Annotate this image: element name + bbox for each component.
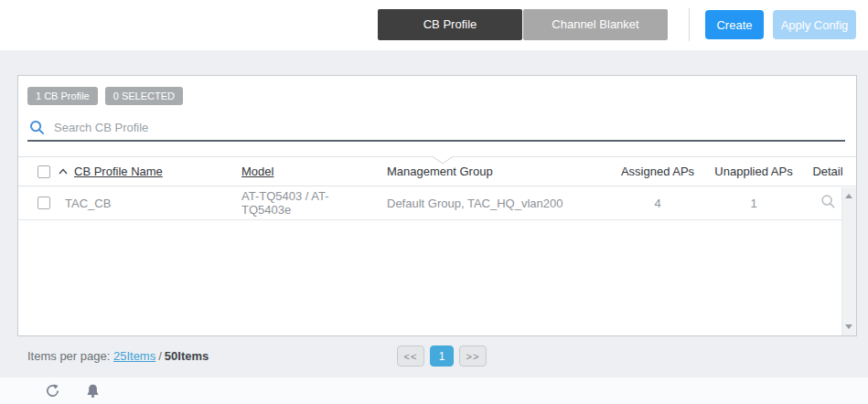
selected-count-badge: 0 SELECTED (105, 87, 183, 105)
items-separator: / (158, 349, 162, 363)
row-select-checkbox[interactable] (38, 197, 50, 209)
bottom-status-bar (0, 377, 868, 404)
column-header-detail: Detail (799, 165, 856, 178)
tab-channel-blanket[interactable]: Channel Blanket (523, 9, 668, 40)
cell-assigned-aps: 4 (607, 197, 708, 210)
table-row: TAC_CB AT-TQ5403 / AT-TQ5403e Default Gr… (18, 186, 856, 220)
refresh-icon[interactable] (45, 383, 60, 399)
tab-cb-profile[interactable]: CB Profile (378, 9, 522, 40)
search-icon (29, 120, 45, 135)
apply-config-button[interactable]: Apply Config (773, 10, 856, 39)
toolbar-divider (689, 8, 690, 41)
scroll-up-arrow-icon[interactable] (845, 194, 852, 198)
pagination-last-button[interactable]: >> (459, 346, 487, 367)
cb-profile-table: CB Profile Name Model Management Group A… (18, 156, 856, 335)
search-input[interactable] (54, 116, 845, 138)
table-header-row: CB Profile Name Model Management Group A… (18, 156, 856, 186)
badge-row: 1 CB Profile 0 SELECTED (27, 87, 183, 105)
page-size-25-link[interactable]: 25Items (113, 349, 155, 363)
table-vertical-scrollbar[interactable] (841, 187, 856, 335)
items-per-page-label: Items per page: (27, 349, 110, 363)
column-header-model[interactable]: Model (241, 165, 273, 178)
cell-management-group: Default Group, TAC_HQ_vlan200 (370, 197, 607, 210)
detail-magnifier-icon (820, 194, 836, 209)
header-notch-icon (432, 156, 454, 165)
total-items-label: 50Items (165, 349, 209, 363)
column-header-name[interactable]: CB Profile Name (74, 165, 163, 178)
column-header-unapplied-aps: Unapplied APs (708, 165, 799, 178)
profile-count-badge: 1 CB Profile (27, 87, 98, 105)
notifications-bell-icon[interactable] (86, 383, 100, 399)
cb-profile-panel: 1 CB Profile 0 SELECTED CB P (17, 75, 857, 336)
table-footer: Items per page: 25Items/50Items << 1 >> (17, 336, 857, 377)
items-per-page: Items per page: 25Items/50Items (27, 349, 209, 363)
column-header-assigned-aps: Assigned APs (607, 165, 708, 178)
view-tab-group: CB Profile Channel Blanket (378, 9, 668, 40)
select-all-checkbox[interactable] (38, 165, 50, 178)
pagination: << 1 >> (397, 346, 487, 367)
search-bar (27, 114, 845, 142)
scroll-down-arrow-icon[interactable] (845, 324, 852, 329)
pagination-current-page[interactable]: 1 (430, 346, 454, 367)
cell-model: AT-TQ5403 / AT-TQ5403e (232, 189, 370, 217)
cell-unapplied-aps: 1 (708, 197, 799, 210)
pagination-first-button[interactable]: << (397, 346, 424, 367)
column-header-management-group: Management Group (370, 165, 607, 178)
sort-ascending-icon[interactable] (59, 168, 68, 175)
cell-profile-name: TAC_CB (65, 197, 111, 210)
create-button[interactable]: Create (705, 10, 764, 39)
top-toolbar: CB Profile Channel Blanket Create Apply … (0, 0, 868, 50)
